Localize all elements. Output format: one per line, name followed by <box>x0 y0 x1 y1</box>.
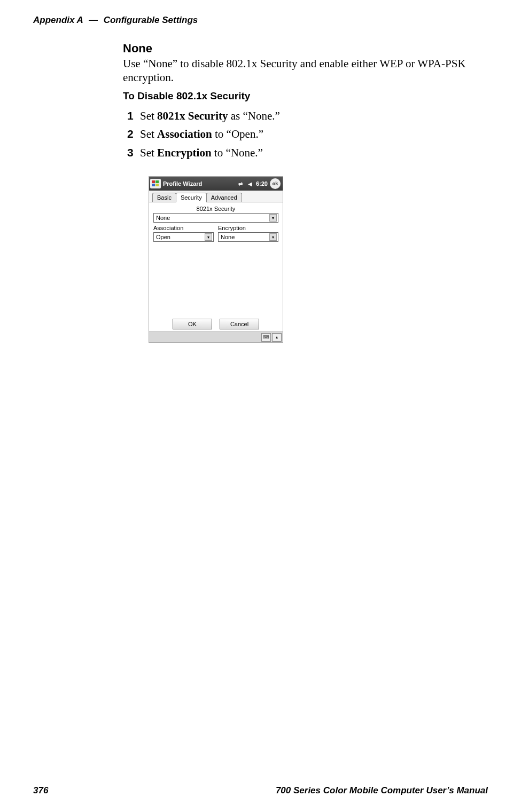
step-3: 3 Set Encryption to “None.” <box>127 144 486 162</box>
chevron-down-icon: ▾ <box>269 233 277 241</box>
svg-rect-0 <box>152 180 155 183</box>
page-header: Appendix A — Configurable Settings <box>33 15 488 26</box>
association-dropdown[interactable]: Open ▾ <box>153 232 214 242</box>
security-panel: 8021x Security None ▾ Association Open ▾… <box>149 202 283 332</box>
page-footer: 376 700 Series Color Mobile Computer Use… <box>33 785 488 796</box>
step-2: 2 Set Association to “Open.” <box>127 125 486 143</box>
8021x-security-value: None <box>156 215 170 221</box>
connectivity-icon[interactable]: ⇄ <box>237 180 244 187</box>
svg-rect-3 <box>155 184 159 186</box>
header-separator: — <box>85 15 101 25</box>
volume-icon[interactable]: ◀ <box>246 180 254 187</box>
system-tray: ⇄ ◀ 6:20 ok <box>237 178 281 189</box>
section-heading-none: None <box>123 42 486 56</box>
svg-rect-2 <box>152 184 155 186</box>
ok-button[interactable]: OK <box>173 319 212 329</box>
association-value: Open <box>156 234 170 240</box>
association-label: Association <box>153 225 214 231</box>
8021x-security-dropdown[interactable]: None ▾ <box>153 213 278 223</box>
start-menu-icon[interactable] <box>150 179 161 188</box>
encryption-value: None <box>221 234 235 240</box>
sip-up-icon[interactable]: ▴ <box>272 333 282 342</box>
tab-security[interactable]: Security <box>176 193 207 202</box>
chevron-down-icon: ▾ <box>205 233 212 241</box>
titlebar-ok-button[interactable]: ok <box>270 178 281 189</box>
chevron-down-icon: ▾ <box>269 214 277 222</box>
embedded-screenshot: Profile Wizard ⇄ ◀ 6:20 ok Basic Securit… <box>149 176 486 343</box>
step-text: Set Association to “Open.” <box>140 128 263 140</box>
manual-title: 700 Series Color Mobile Computer User’s … <box>276 785 488 796</box>
encryption-dropdown[interactable]: None ▾ <box>218 232 278 242</box>
step-text: Set 8021x Security as “None.” <box>140 109 280 122</box>
step-1: 1 Set 8021x Security as “None.” <box>127 107 486 125</box>
8021x-security-label: 8021x Security <box>153 206 278 212</box>
content-block: None Use “None” to disable 802.1x Securi… <box>123 42 486 343</box>
step-text: Set Encryption to “None.” <box>140 146 263 159</box>
section-subheading: To Disable 802.1x Security <box>123 90 486 102</box>
button-row: OK Cancel <box>149 319 283 329</box>
section-body: Use “None” to disable 802.1x Security an… <box>123 57 486 85</box>
step-list: 1 Set 8021x Security as “None.” 2 Set As… <box>123 107 486 162</box>
tab-strip: Basic Security Advanced <box>149 191 283 202</box>
encryption-label: Encryption <box>218 225 278 231</box>
sip-bar: ⌨ ▴ <box>149 332 283 342</box>
step-number: 3 <box>127 144 134 162</box>
svg-rect-1 <box>155 180 159 183</box>
cancel-button[interactable]: Cancel <box>220 319 259 329</box>
tab-advanced[interactable]: Advanced <box>206 193 242 202</box>
window-title: Profile Wizard <box>163 180 235 187</box>
clock[interactable]: 6:20 <box>256 180 268 187</box>
keyboard-icon[interactable]: ⌨ <box>261 333 271 342</box>
profile-wizard-window: Profile Wizard ⇄ ◀ 6:20 ok Basic Securit… <box>149 176 283 343</box>
step-number: 2 <box>127 125 134 143</box>
step-number: 1 <box>127 107 134 125</box>
header-title: Configurable Settings <box>104 15 198 25</box>
page-number: 376 <box>33 785 48 796</box>
window-titlebar: Profile Wizard ⇄ ◀ 6:20 ok <box>149 177 283 191</box>
header-appendix: Appendix A <box>33 15 83 25</box>
tab-basic[interactable]: Basic <box>152 193 176 202</box>
